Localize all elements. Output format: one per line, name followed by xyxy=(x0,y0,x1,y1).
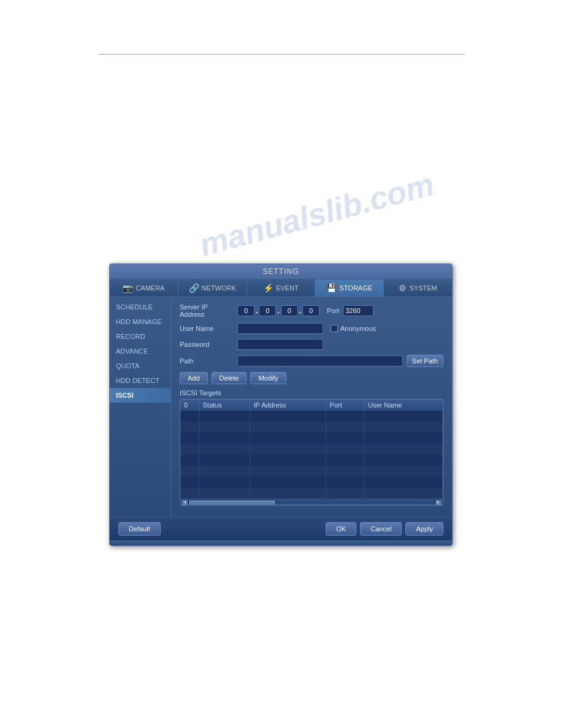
add-button[interactable]: Add xyxy=(180,372,208,384)
anonymous-checkbox[interactable] xyxy=(331,325,338,332)
tab-camera[interactable]: 📷 CAMERA xyxy=(110,279,178,297)
ip-octet-1[interactable] xyxy=(237,305,255,316)
table-row xyxy=(180,411,443,422)
tab-event-label: EVENT xyxy=(276,284,299,292)
targets-table: 0 Status IP Address Port User Name xyxy=(180,400,443,499)
anonymous-row: Anonymous xyxy=(331,325,376,332)
targets-table-wrapper: 0 Status IP Address Port User Name xyxy=(180,399,443,506)
table-row xyxy=(180,488,443,499)
camera-icon: 📷 xyxy=(123,283,133,293)
sidebar-item-hdd-manage[interactable]: HDD MANAGE xyxy=(110,314,170,329)
scrollbar-thumb[interactable] xyxy=(190,501,275,504)
col-header-ip: IP Address xyxy=(250,400,326,411)
sidebar: SCHEDULE HDD MANAGE RECORD ADVANCE QUOTA… xyxy=(110,297,171,517)
port-label: Port xyxy=(327,307,339,314)
tab-storage-label: STORAGE xyxy=(339,284,372,292)
ip-group: . . . xyxy=(237,305,320,316)
ip-dot-1: . xyxy=(256,306,258,315)
right-panel: Server IP Address . . . Port Us xyxy=(171,297,452,517)
cancel-button[interactable]: Cancel xyxy=(360,522,402,536)
ok-button[interactable]: OK xyxy=(326,522,356,536)
footer-left: Default xyxy=(118,522,161,536)
tab-storage[interactable]: 💾 STORAGE xyxy=(315,279,384,297)
ip-dot-2: . xyxy=(277,306,279,315)
tab-system-label: SYSTEM xyxy=(409,284,437,292)
delete-button[interactable]: Delete xyxy=(212,372,247,384)
path-row: Path Set Path xyxy=(180,355,443,367)
content-area: SCHEDULE HDD MANAGE RECORD ADVANCE QUOTA… xyxy=(110,297,452,517)
set-path-button[interactable]: Set Path xyxy=(407,355,443,367)
sidebar-item-record[interactable]: RECORD xyxy=(110,329,170,344)
sidebar-item-quota[interactable]: QUOTA xyxy=(110,358,170,373)
top-line xyxy=(98,54,465,55)
action-buttons: Add Delete Modify xyxy=(180,372,443,384)
table-header-row: 0 Status IP Address Port User Name xyxy=(180,400,443,411)
server-ip-label: Server IP Address xyxy=(180,303,234,318)
default-button[interactable]: Default xyxy=(118,522,161,536)
col-header-port: Port xyxy=(326,400,364,411)
dialog-title: SETTING xyxy=(110,264,452,279)
scrollbar-track[interactable] xyxy=(189,500,434,505)
table-scrollbar[interactable]: ◄ ► xyxy=(180,499,443,505)
col-header-status: Status xyxy=(199,400,250,411)
port-input[interactable] xyxy=(343,305,373,316)
sidebar-item-advance[interactable]: ADVANCE xyxy=(110,344,170,358)
table-row xyxy=(180,433,443,444)
bottom-bar xyxy=(110,540,452,545)
scrollbar-right-arrow[interactable]: ► xyxy=(435,500,442,505)
event-icon: ⚡ xyxy=(263,283,274,293)
system-icon: ⚙ xyxy=(399,283,407,293)
table-row xyxy=(180,477,443,488)
username-label: User Name xyxy=(180,325,234,332)
col-header-0: 0 xyxy=(180,400,199,411)
ip-octet-4[interactable] xyxy=(302,305,320,316)
username-input[interactable] xyxy=(237,323,323,334)
table-row xyxy=(180,455,443,466)
path-input[interactable] xyxy=(237,355,403,366)
password-label: Password xyxy=(180,341,234,348)
password-row: Password xyxy=(180,339,443,350)
title-text: SETTING xyxy=(262,267,299,276)
table-row xyxy=(180,422,443,433)
table-body xyxy=(180,411,443,499)
footer-right: OK Cancel Apply xyxy=(326,522,443,536)
table-row xyxy=(180,444,443,455)
col-header-username: User Name xyxy=(364,400,442,411)
tab-network[interactable]: 🔗 NETWORK xyxy=(178,279,247,297)
scrollbar-left-arrow[interactable]: ◄ xyxy=(182,500,188,505)
server-ip-row: Server IP Address . . . Port xyxy=(180,303,443,318)
table-row xyxy=(180,466,443,477)
path-label: Path xyxy=(180,357,234,365)
tab-event[interactable]: ⚡ EVENT xyxy=(247,279,316,297)
anonymous-label: Anonymous xyxy=(340,325,376,332)
tab-system[interactable]: ⚙ SYSTEM xyxy=(384,279,452,297)
network-icon: 🔗 xyxy=(189,283,199,293)
ip-dot-3: . xyxy=(299,306,301,315)
sidebar-item-hdd-detect[interactable]: HDD DETECT xyxy=(110,373,170,388)
ip-octet-3[interactable] xyxy=(281,305,298,316)
tab-camera-label: CAMERA xyxy=(136,284,164,292)
password-input[interactable] xyxy=(237,339,323,350)
footer: Default OK Cancel Apply xyxy=(110,517,452,540)
sidebar-item-iscsi[interactable]: ISCSI xyxy=(110,388,170,403)
username-row: User Name Anonymous xyxy=(180,323,443,334)
setting-dialog: SETTING 📷 CAMERA 🔗 NETWORK ⚡ EVENT 💾 STO… xyxy=(109,264,453,546)
nav-tabs: 📷 CAMERA 🔗 NETWORK ⚡ EVENT 💾 STORAGE ⚙ S… xyxy=(110,279,452,297)
watermark: manualslib.com xyxy=(196,165,438,264)
storage-icon: 💾 xyxy=(326,283,337,293)
apply-button[interactable]: Apply xyxy=(405,522,443,536)
ip-octet-2[interactable] xyxy=(259,305,276,316)
tab-network-label: NETWORK xyxy=(202,284,236,292)
modify-button[interactable]: Modify xyxy=(250,372,286,384)
targets-label: ISCSI Targets xyxy=(180,389,443,396)
sidebar-item-schedule[interactable]: SCHEDULE xyxy=(110,300,170,314)
